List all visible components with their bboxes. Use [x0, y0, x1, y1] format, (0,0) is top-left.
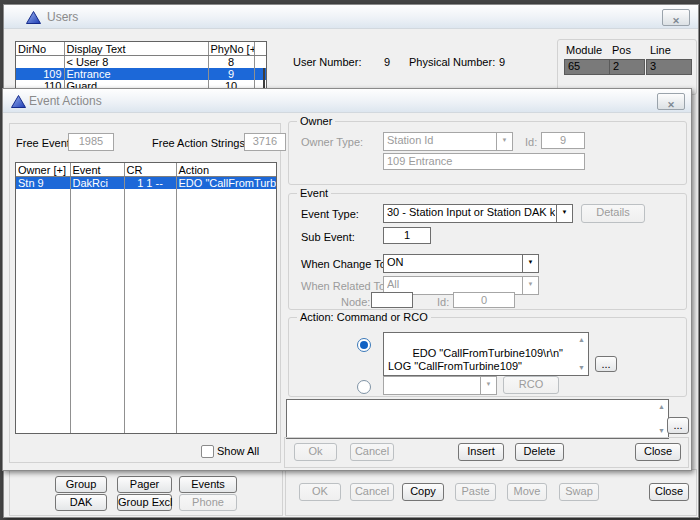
show-all-label: Show All [217, 445, 259, 457]
ea-cancel-button: Cancel [350, 443, 394, 461]
event-type-combo[interactable]: 30 - Station Input or Station DAK key ▼ [383, 204, 573, 223]
app-triangle-icon [11, 94, 26, 107]
users-row-0[interactable]: < User 8 8 [16, 56, 266, 69]
show-all-checkbox[interactable] [201, 445, 214, 458]
scroll-up-icon[interactable]: ▲ [658, 403, 665, 411]
notes-textarea[interactable]: ▲ ▼ [286, 399, 669, 439]
pager-button[interactable]: Pager [117, 476, 172, 493]
module-label: Module [566, 44, 602, 56]
details-button: Details [581, 204, 645, 223]
physical-number-value: 9 [499, 56, 505, 68]
users-window-title: Users [47, 10, 78, 24]
pos-label: Pos [612, 44, 631, 56]
node-id-field: 0 [453, 292, 515, 308]
paste-button: Paste [455, 483, 496, 501]
ea-ok-button: Ok [294, 443, 337, 461]
ea-close-button[interactable]: Close [635, 443, 681, 461]
user-number-value: 9 [384, 56, 390, 68]
rco-combo: ▼ [383, 376, 497, 395]
app-triangle-icon [26, 10, 41, 23]
col-owner[interactable]: Owner [+] [16, 163, 70, 177]
group-button[interactable]: Group [55, 476, 107, 493]
event-actions-window: Event Actions ✕ Free Events: 1985 Free A… [2, 88, 692, 471]
physical-number-label: Physical Number: [409, 56, 495, 68]
event-action-row-selected[interactable]: Stn 9 DakRci 1 1 -- EDO "CallFromTurbine [16, 177, 276, 190]
line-label: Line [650, 44, 671, 56]
command-radio[interactable] [357, 338, 371, 352]
event-actions-titlebar[interactable]: Event Actions ✕ [3, 89, 691, 113]
users-cancel-button: Cancel [350, 483, 394, 501]
dak-button[interactable]: DAK [55, 494, 107, 511]
col-action[interactable]: Action [176, 163, 276, 177]
free-events-value: 1985 [68, 133, 114, 151]
close-icon: ✕ [667, 100, 675, 110]
chevron-down-icon[interactable]: ▼ [556, 205, 572, 222]
owner-type-combo: Station Id ▼ [383, 132, 513, 151]
event-list-panel: Free Events: 1985 Free Action Strings: 3… [9, 123, 281, 463]
module-pos-line-group: Module Pos Line 65 2 3 [557, 39, 697, 95]
module-value: 65 [564, 59, 610, 75]
free-action-strings-label: Free Action Strings: [152, 137, 248, 149]
pos-value: 2 [609, 59, 645, 75]
rco-radio[interactable] [357, 380, 371, 394]
command-textarea[interactable]: EDO "CallFromTurbine109\r\n" LOG "CallFr… [383, 332, 589, 376]
users-table-header: DirNo Display Text PhyNo [+] [16, 42, 266, 56]
owner-id-field: 9 [541, 132, 585, 149]
scroll-up-icon[interactable]: ▲ [578, 336, 585, 344]
users-titlebar[interactable]: Users ✕ [4, 5, 698, 29]
node-field [371, 292, 413, 308]
sub-event-field[interactable]: 1 [383, 227, 431, 244]
col-dirno[interactable]: DirNo [16, 42, 64, 56]
col-phyno[interactable]: PhyNo [+] [208, 42, 254, 56]
free-action-strings-value: 3716 [244, 133, 286, 151]
users-row-1-selected[interactable]: 109 Entrance 9 [16, 68, 266, 80]
users-feature-panel: Group Pager Events DAK Group Excl Phone [9, 469, 283, 516]
chevron-down-icon[interactable]: ▼ [522, 255, 538, 272]
notes-browse-button[interactable]: ... [667, 417, 689, 434]
event-group: Event Event Type: 30 - Station Input or … [288, 193, 687, 310]
chevron-down-icon: ▼ [480, 377, 496, 394]
event-actions-table: Owner [+] Event CR Action Stn 9 DakRci 1… [15, 162, 277, 434]
phone-button: Phone [179, 494, 237, 511]
scroll-down-icon[interactable]: ▼ [578, 364, 585, 372]
command-browse-button[interactable]: ... [595, 356, 617, 372]
desktop: Users ✕ DirNo Display Text PhyNo [+] < U… [0, 0, 700, 520]
node-id-label: Id: [437, 296, 449, 308]
owner-id-label: Id: [525, 136, 537, 148]
users-close-button[interactable]: ✕ [662, 9, 690, 26]
chevron-down-icon: ▼ [496, 133, 512, 150]
col-cr[interactable]: CR [124, 163, 176, 177]
group-excl-button[interactable]: Group Excl [117, 494, 172, 511]
chevron-down-icon: ▼ [522, 277, 538, 294]
close-icon: ✕ [672, 16, 680, 26]
swap-button: Swap [559, 483, 599, 501]
event-group-label: Event [297, 187, 331, 199]
move-button: Move [507, 483, 547, 501]
line-value: 3 [646, 59, 692, 75]
event-actions-close-button[interactable]: ✕ [657, 93, 685, 110]
scroll-down-icon[interactable]: ▼ [658, 427, 665, 435]
node-label: Node: [341, 296, 370, 308]
when-change-to-combo[interactable]: ON ▼ [383, 254, 539, 273]
copy-button[interactable]: Copy [402, 483, 444, 501]
events-button[interactable]: Events [179, 476, 237, 493]
event-actions-window-title: Event Actions [29, 94, 102, 108]
delete-button[interactable]: Delete [515, 443, 564, 461]
owner-group-label: Owner [297, 115, 335, 127]
when-related-to-label: When Related To: [301, 280, 388, 292]
users-actions-panel: OK Cancel Copy Paste Move Swap Close [285, 469, 697, 516]
rco-button: RCO [503, 376, 559, 394]
owner-name-field: 109 Entrance [383, 153, 585, 170]
owner-group: Owner Owner Type: Station Id ▼ Id: 9 109… [288, 121, 687, 185]
user-number-label: User Number: [293, 56, 361, 68]
event-type-label: Event Type: [301, 208, 359, 220]
insert-button[interactable]: Insert [458, 443, 504, 461]
action-group: Action: Command or RCO EDO "CallFromTurb… [288, 317, 687, 397]
col-display-text[interactable]: Display Text [64, 42, 208, 56]
users-close-bottom-button[interactable]: Close [649, 483, 689, 501]
event-actions-table-header: Owner [+] Event CR Action [16, 163, 276, 177]
owner-type-label: Owner Type: [301, 136, 363, 148]
col-event[interactable]: Event [70, 163, 124, 177]
action-group-label: Action: Command or RCO [297, 311, 431, 323]
event-actions-buttons-panel: Ok Cancel Insert Delete Close [284, 437, 689, 468]
